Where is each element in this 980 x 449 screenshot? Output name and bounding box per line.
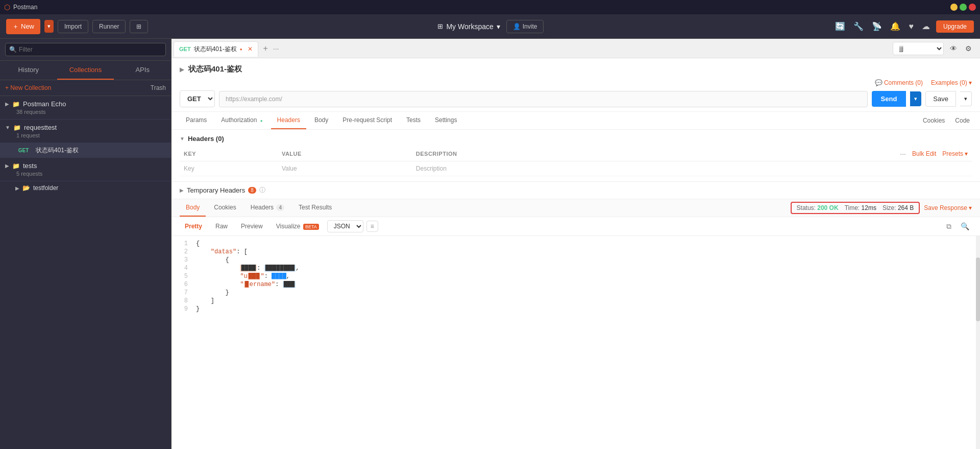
scrollbar-thumb[interactable] (976, 257, 980, 321)
settings-icon[interactable]: ⚙ (963, 42, 974, 55)
send-dropdown-button[interactable]: ▾ (910, 91, 921, 106)
close-button[interactable] (969, 4, 976, 11)
folder-item-testfolder[interactable]: ▶ 📂 testfolder (0, 181, 171, 195)
code-line-8: 8 ] (180, 297, 972, 304)
invite-button[interactable]: 👤 Invite (506, 20, 544, 33)
plus-icon: ＋ (12, 22, 19, 31)
method-badge: GET (15, 147, 32, 154)
bulk-edit-button[interactable]: Bulk Edit (912, 150, 936, 157)
satellite-icon[interactable]: 📡 (870, 19, 884, 33)
tab-close-icon[interactable]: ✕ (248, 45, 253, 53)
tab-apis[interactable]: APIs (114, 61, 171, 80)
maximize-button[interactable] (960, 4, 967, 11)
filter-input[interactable] (5, 43, 166, 56)
bell-icon[interactable]: 🔔 (888, 19, 902, 33)
auth-active-dot: ● (260, 119, 263, 123)
tab-add-button[interactable]: + (260, 43, 271, 54)
resp-tab-body[interactable]: Body (180, 199, 206, 217)
collection-item-tests[interactable]: ▶ 📁 tests 5 requests (0, 158, 171, 181)
wrench-icon[interactable]: 🔧 (851, 19, 866, 33)
upgrade-button[interactable]: Upgrade (936, 20, 974, 33)
window-controls[interactable] (950, 4, 976, 11)
tab-collections[interactable]: Collections (57, 61, 114, 80)
workspace-button[interactable]: ⊞ My Workspace ▾ (437, 22, 500, 31)
format-tab-raw[interactable]: Raw (210, 221, 233, 232)
tab-more-button[interactable]: ··· (273, 44, 279, 53)
copy-button[interactable]: ⧉ (944, 221, 954, 232)
invite-label: Invite (523, 23, 537, 30)
tab-history[interactable]: History (0, 61, 57, 80)
new-button[interactable]: ＋ New (6, 19, 40, 34)
format-tab-pretty[interactable]: Pretty (180, 221, 207, 232)
search-wrap: 🔍 (5, 43, 166, 56)
new-collection-button[interactable]: + New Collection (5, 84, 51, 91)
url-input[interactable] (219, 91, 868, 107)
import-button[interactable]: Import (58, 20, 88, 33)
eye-icon[interactable]: 👁 (948, 42, 959, 55)
examples-link[interactable]: Examples (0) ▾ (931, 79, 972, 86)
collection-name: requesttest (24, 124, 57, 131)
request-item-401[interactable]: GET 状态码401-鉴权 (0, 143, 171, 158)
description-cell[interactable]: Description (412, 161, 972, 176)
collection-header: ▶ 📁 tests (5, 162, 166, 170)
format-tab-preview[interactable]: Preview (236, 221, 268, 232)
grid-icon: ⊞ (437, 22, 443, 30)
tab-tests[interactable]: Tests (400, 112, 427, 129)
info-icon[interactable]: ⓘ (259, 186, 265, 195)
presets-button[interactable]: Presets ▾ (942, 150, 968, 157)
sidebar: 🔍 History Collections APIs + New Collect… (0, 39, 172, 449)
vertical-scrollbar[interactable] (976, 236, 980, 449)
code-link[interactable]: Code (953, 112, 972, 129)
method-select[interactable]: GET (180, 90, 215, 107)
send-button[interactable]: Send (872, 91, 906, 107)
trash-button[interactable]: Trash (151, 84, 166, 91)
cookies-link[interactable]: Cookies (921, 112, 947, 129)
collection-header: ▶ 📁 Postman Echo (5, 100, 166, 108)
req-tabs-right: Cookies Code (921, 112, 972, 129)
code-line-9: 9 } (180, 305, 972, 313)
search-response-button[interactable]: 🔍 (958, 221, 972, 232)
value-cell[interactable]: Value (278, 161, 412, 176)
key-cell[interactable]: Key (180, 161, 278, 176)
save-label: Save (933, 95, 948, 103)
sidebar-list: ▶ 📁 Postman Echo 38 requests ▼ 📁 request… (0, 96, 171, 449)
cloud-icon[interactable]: ☁ (920, 19, 932, 33)
save-response-button[interactable]: Save Response ▾ (924, 204, 972, 211)
tab-body[interactable]: Body (308, 112, 334, 129)
save-button[interactable]: Save (925, 91, 956, 107)
tab-method: GET (179, 46, 191, 52)
comments-link[interactable]: 💬 Comments (0) (875, 79, 923, 86)
section-collapse-icon[interactable]: ▼ (180, 136, 185, 141)
tab-bar-right: jjj 👁 ⚙ (893, 42, 978, 55)
chevron-down-icon: ▾ (965, 150, 968, 157)
tab-headers[interactable]: Headers (271, 112, 306, 129)
heart-icon[interactable]: ♥ (906, 20, 916, 33)
runner-button[interactable]: Runner (92, 20, 126, 33)
resp-tab-cookies[interactable]: Cookies (208, 199, 242, 217)
save-dropdown-button[interactable]: ▾ (960, 91, 972, 106)
resp-tab-headers[interactable]: Headers 4 (244, 199, 290, 217)
collapse-arrow[interactable]: ▶ (180, 66, 184, 73)
status-label: Status: 200 OK (797, 204, 839, 211)
collection-item-requesttest[interactable]: ▼ 📁 requesttest 1 request (0, 120, 171, 143)
extra-button[interactable]: ⊞ (130, 20, 148, 33)
code-line-1: 1 { (180, 240, 972, 247)
collection-item-postman-echo[interactable]: ▶ 📁 Postman Echo 38 requests (0, 96, 171, 120)
minimize-button[interactable] (950, 4, 958, 11)
new-dropdown-button[interactable]: ▾ (44, 20, 54, 33)
sync-icon[interactable]: 🔄 (833, 19, 847, 33)
request-tab-active[interactable]: GET 状态码401-鉴权 ● ✕ (174, 41, 258, 57)
environment-select[interactable]: jjj (893, 42, 944, 55)
more-options-button[interactable]: ··· (900, 150, 906, 158)
tab-authorization[interactable]: Authorization ● (215, 112, 268, 129)
format-json-select[interactable]: JSON (327, 220, 363, 232)
folder-icon: 📁 (12, 162, 20, 170)
wrap-button[interactable]: ≡ (366, 221, 378, 232)
tab-settings[interactable]: Settings (429, 112, 463, 129)
tab-pre-request-script[interactable]: Pre-request Script (336, 112, 398, 129)
temp-headers-collapse-icon[interactable]: ▶ (180, 187, 184, 193)
app-icon: ⬡ (4, 3, 10, 11)
tab-params[interactable]: Params (180, 112, 213, 129)
resp-tab-test-results[interactable]: Test Results (292, 199, 338, 217)
format-tab-visualize[interactable]: Visualize BETA (271, 221, 324, 232)
